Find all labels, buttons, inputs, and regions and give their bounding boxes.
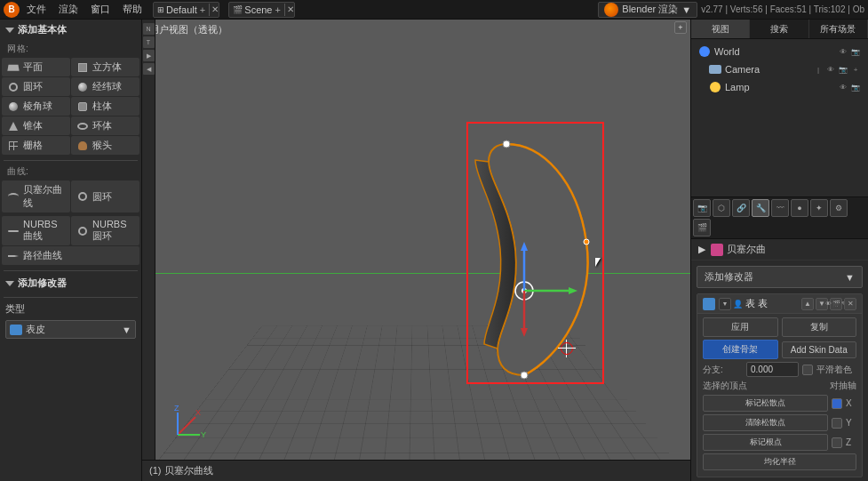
x-checkbox[interactable] <box>832 398 842 409</box>
clear-loose-btn[interactable]: 清除松散点 <box>703 414 828 431</box>
monkey-icon <box>76 140 89 152</box>
mesh-section-title[interactable]: 添加基本体 <box>0 20 141 40</box>
mod-apply-row: 应用 复制 <box>703 317 856 337</box>
modifier-header: ▼ 👤 表 表 ▲ ▼ 👁 🎬 ✎ <box>697 294 862 314</box>
modifier-actions: ▲ ▼ 👁 🎬 ✎ ✕ <box>801 298 856 310</box>
type-row: 类型 <box>0 300 141 318</box>
mod-icons[interactable]: 👁 🎬 ✎ <box>830 298 842 310</box>
right-tab-view[interactable]: 视图 <box>691 20 750 38</box>
lamp-icon <box>709 81 721 93</box>
mesh-item-plane[interactable]: 平面 <box>2 58 70 76</box>
branch-value[interactable]: 0.000 <box>746 362 799 377</box>
mesh-item-cylinder[interactable]: 柱体 <box>71 97 139 116</box>
camera-vis-1[interactable]: | <box>813 64 824 75</box>
tab-default-close[interactable]: ✕ <box>211 4 219 14</box>
smooth-label: 平滑着色 <box>816 364 856 376</box>
viewport-status: (1) 贝塞尔曲线 <box>149 464 213 477</box>
world-icon <box>698 45 711 58</box>
mod-armature-row: 创建骨架 Add Skin Data <box>703 340 856 359</box>
y-checkbox[interactable] <box>832 418 842 429</box>
svg-text:Y: Y <box>201 430 206 439</box>
nurbs-circle-icon <box>76 225 89 237</box>
menu-window[interactable]: 窗口 <box>85 1 115 18</box>
mesh-item-cone[interactable]: 锥体 <box>2 116 70 135</box>
camera-vis-eye[interactable]: 👁 <box>825 64 836 75</box>
modifier-name: 👤 表 表 <box>733 297 798 310</box>
branch-label: 分支: <box>703 364 743 376</box>
plane-icon <box>7 61 20 74</box>
mesh-item-cube[interactable]: 立方体 <box>71 58 139 76</box>
view-strip-2[interactable]: T <box>143 36 155 48</box>
view-strip-3[interactable]: ▶ <box>143 50 155 61</box>
x-label: X <box>846 398 856 408</box>
nurbs-circle[interactable]: NURBS 圆环 <box>71 216 139 245</box>
camera-vis-extra[interactable]: + <box>850 64 861 75</box>
smooth-checkbox[interactable] <box>802 365 813 375</box>
equalize-btn[interactable]: 均化半径 <box>703 453 856 470</box>
prop-btn-render[interactable]: 🎬 <box>693 219 711 236</box>
mesh-item-uvsphere[interactable]: 经纬球 <box>71 77 139 96</box>
blender-icon[interactable]: B <box>4 2 20 18</box>
svg-point-0 <box>503 140 510 148</box>
modifier-section-title[interactable]: 添加修改器 <box>0 273 141 293</box>
menu-file[interactable]: 文件 <box>21 1 52 18</box>
prop-btn-data[interactable]: 〰 <box>771 199 789 217</box>
props-icon <box>711 244 723 256</box>
mark-root-btn[interactable]: 标记根点 <box>703 434 828 451</box>
curve-circle[interactable]: 圆环 <box>71 180 139 212</box>
prop-btn-particle[interactable]: ✦ <box>810 199 828 217</box>
tab-scene-close[interactable]: ✕ <box>287 4 294 14</box>
add-modifier-btn[interactable]: 添加修改器 ▼ <box>697 266 863 288</box>
mod-up-btn[interactable]: ▲ <box>801 298 814 310</box>
menu-render[interactable]: 渲染 <box>53 1 84 18</box>
viewport[interactable]: 用户视图（透视） + N T ▶ ◀ <box>142 20 690 481</box>
right-tab-scenes[interactable]: 所有场景 <box>809 20 868 38</box>
scene-item-camera[interactable]: Camera | 👁 📷 + <box>702 60 868 78</box>
lamp-vis-eye[interactable]: 👁 <box>838 82 848 92</box>
prop-btn-modifier[interactable]: 🔧 <box>752 199 769 217</box>
mesh-section-toggle <box>5 28 14 33</box>
camera-vis-render[interactable]: 📷 <box>838 64 848 75</box>
scene-item-lamp[interactable]: Lamp 👁 📷 <box>702 78 868 96</box>
right-tab-search[interactable]: 搜索 <box>750 20 808 38</box>
world-vis-eye[interactable]: 👁 <box>838 46 848 57</box>
svg-text:X: X <box>195 408 201 417</box>
mod-copy-btn[interactable]: 复制 <box>782 317 857 337</box>
viewport-corner-btn[interactable]: + <box>674 21 687 34</box>
mesh-item-torus[interactable]: 环体 <box>71 116 139 135</box>
prop-btn-object[interactable]: ⬡ <box>713 199 730 217</box>
world-vis-render[interactable]: 📷 <box>850 46 861 57</box>
prop-btn-physics[interactable]: ⚙ <box>830 199 848 217</box>
mesh-item-grid[interactable]: 栅格 <box>2 136 70 155</box>
prop-btn-camera[interactable]: 📷 <box>693 199 711 217</box>
mark-loose-btn[interactable]: 标记松散点 <box>703 395 828 412</box>
nurbs-curve[interactable]: NURBS 曲线 <box>2 216 70 245</box>
mod-close-btn[interactable]: ✕ <box>844 298 856 310</box>
mark-loose-row: 标记松散点 X <box>703 395 856 412</box>
mod-skin-data-btn[interactable]: Add Skin Data <box>782 341 857 358</box>
mod-apply-btn[interactable]: 应用 <box>703 317 778 337</box>
mod-create-armature-btn[interactable]: 创建骨架 <box>703 340 778 359</box>
prop-btn-material[interactable]: ● <box>791 199 808 217</box>
menu-help[interactable]: 帮助 <box>117 1 147 18</box>
svg-marker-10 <box>521 328 528 337</box>
left-strip: N T ▶ ◀ <box>142 20 155 460</box>
prop-btn-constraint[interactable]: 🔗 <box>732 199 750 217</box>
modifier-toggle <box>5 281 14 286</box>
engine-dropdown[interactable]: Blender 渲染 ▼ <box>598 2 697 18</box>
tab-default[interactable]: ⊞ Default + <box>154 3 209 17</box>
tab-scene[interactable]: 🎬 Scene + <box>229 3 284 17</box>
mesh-item-circle[interactable]: 圆环 <box>2 77 70 96</box>
z-checkbox[interactable] <box>832 437 842 448</box>
curve-bezier[interactable]: 贝塞尔曲线 <box>2 180 70 212</box>
lamp-vis-render[interactable]: 📷 <box>850 82 861 92</box>
type-dropdown[interactable]: 表皮 ▼ <box>5 320 136 339</box>
path-curve[interactable]: 路径曲线 <box>2 246 139 265</box>
top-bar: B 文件 渲染 窗口 帮助 ⊞ Default + ✕ 🎬 Scene + ✕ … <box>0 0 868 20</box>
view-strip-4[interactable]: ◀ <box>143 63 155 75</box>
view-strip-1[interactable]: N <box>143 23 155 35</box>
mod-toggle-tri[interactable]: ▼ <box>719 298 731 310</box>
scene-item-world[interactable]: World 👁 📷 <box>691 43 868 60</box>
mesh-item-icosphere[interactable]: 棱角球 <box>2 97 70 116</box>
mesh-item-monkey[interactable]: 猴头 <box>71 136 139 155</box>
